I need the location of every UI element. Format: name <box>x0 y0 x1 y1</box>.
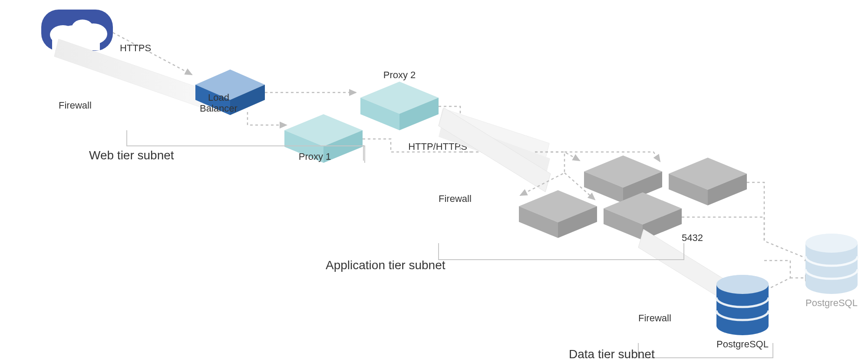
postgres-primary: PostgreSQL <box>716 275 769 350</box>
svg-point-37 <box>716 275 769 294</box>
app-server-front-left <box>519 190 597 238</box>
proxy1-label: Proxy 1 <box>299 151 331 162</box>
firewall-app-label: Firewall <box>439 193 472 204</box>
proxy-1: Proxy 1 <box>284 114 363 163</box>
postgres-secondary: PostgreSQL <box>805 234 858 308</box>
port-label: 5432 <box>682 232 703 243</box>
postgres-secondary-label: PostgreSQL <box>805 297 858 308</box>
firewall-data-label: Firewall <box>638 313 671 323</box>
firewall-app: Firewall <box>439 108 551 204</box>
firewall-web-label: Firewall <box>59 100 92 111</box>
cloud-icon <box>41 10 113 51</box>
proxy2-label: Proxy 2 <box>383 69 416 80</box>
app-server-back-right <box>669 158 747 205</box>
svg-point-4 <box>72 20 93 37</box>
architecture-diagram: Firewall HTTPS Load Balancer Proxy 2 <box>0 0 868 363</box>
https-label: HTTPS <box>120 43 151 53</box>
proxy-2: Proxy 2 <box>360 69 439 130</box>
postgres-primary-label: PostgreSQL <box>716 339 769 350</box>
svg-point-41 <box>805 234 858 253</box>
